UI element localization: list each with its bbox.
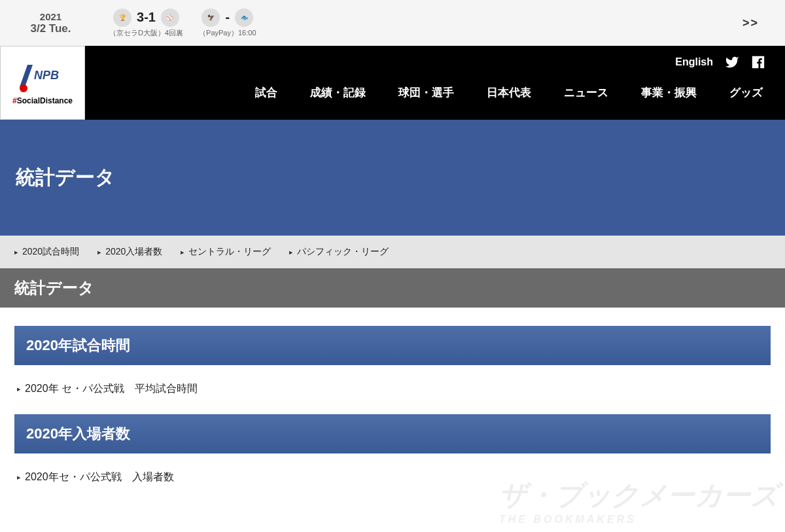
nav-item[interactable]: 事業・振興: [641, 85, 697, 100]
content-link[interactable]: 2020年セ・パ公式戦 入場者数: [14, 453, 771, 491]
logo[interactable]: NPB ##SocialDistanceSocialDistance: [0, 46, 85, 120]
nav-item[interactable]: 球団・選手: [398, 85, 454, 100]
section-bar: 統計データ: [0, 268, 785, 308]
svg-point-2: [20, 84, 27, 92]
main-nav: 試合 成績・記録 球団・選手 日本代表 ニュース 事業・振興 グッズ: [85, 69, 785, 100]
date-day: 3/2 Tue.: [0, 22, 101, 35]
game-score: 3-1: [137, 10, 156, 25]
nav-item[interactable]: 日本代表: [487, 85, 531, 100]
content-link[interactable]: 2020年 セ・パ公式戦 平均試合時間: [14, 365, 771, 402]
scorebar-date: 2021 3/2 Tue.: [0, 11, 101, 35]
sublink[interactable]: 2020試合時間: [14, 246, 79, 258]
page-title: 統計データ: [16, 164, 115, 191]
sublinks-bar: 2020試合時間 2020入場者数 セントラル・リーグ パシフィック・リーグ: [0, 236, 785, 268]
social-distance-tag: ##SocialDistanceSocialDistance: [10, 95, 75, 107]
game-box[interactable]: 🏆 3-1 ⚾ （京セラD大阪）4回裏: [101, 6, 191, 41]
date-year: 2021: [0, 11, 101, 22]
language-link[interactable]: English: [675, 56, 713, 68]
twitter-icon[interactable]: [725, 55, 739, 69]
nav-item[interactable]: 成績・記録: [310, 85, 366, 100]
nav-item[interactable]: ニュース: [564, 85, 608, 100]
game-box[interactable]: 🦅 - 🐟 （PayPay）16:00: [191, 6, 264, 41]
game-venue: （京セラD大阪）4回裏: [109, 28, 183, 38]
section-head: 2020年入場者数: [14, 414, 771, 453]
game-score: -: [225, 10, 230, 25]
section-bar-title: 統計データ: [14, 277, 771, 298]
svg-marker-0: [20, 65, 33, 87]
section-title: 2020年入場者数: [26, 424, 759, 444]
scorebar-next-button[interactable]: >>: [742, 16, 785, 30]
scorebar: 2021 3/2 Tue. 🏆 3-1 ⚾ （京セラD大阪）4回裏 🦅 - 🐟 …: [0, 0, 785, 46]
sublink[interactable]: 2020入場者数: [97, 246, 162, 258]
facebook-icon[interactable]: [751, 55, 765, 69]
section-head: 2020年試合時間: [14, 326, 771, 365]
sublink[interactable]: パシフィック・リーグ: [289, 246, 389, 258]
game-venue: （PayPay）16:00: [199, 28, 256, 38]
nav-item[interactable]: 試合: [255, 85, 277, 100]
svg-text:NPB: NPB: [34, 69, 59, 82]
content-area: 2020年試合時間 2020年 セ・パ公式戦 平均試合時間 2020年入場者数 …: [0, 308, 785, 517]
team-logo-icon: ⚾: [161, 9, 179, 27]
section-title: 2020年試合時間: [26, 336, 759, 355]
team-logo-icon: 🐟: [235, 9, 253, 27]
sublink[interactable]: セントラル・リーグ: [181, 246, 271, 258]
team-logo-icon: 🏆: [113, 9, 131, 27]
npb-logo-icon: NPB: [13, 60, 72, 92]
nav-item[interactable]: グッズ: [729, 85, 763, 100]
header: NPB ##SocialDistanceSocialDistance Engli…: [0, 46, 785, 120]
team-logo-icon: 🦅: [201, 9, 220, 27]
hero-banner: 統計データ: [0, 120, 785, 236]
